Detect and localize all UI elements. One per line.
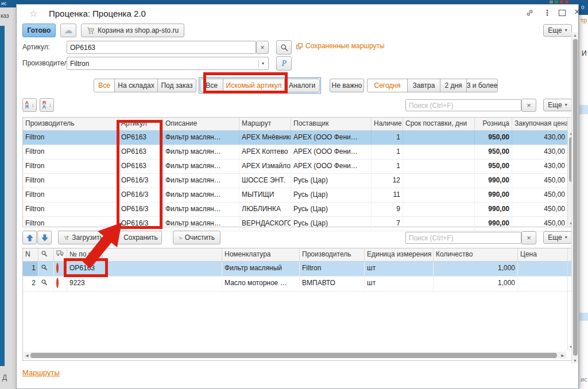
cart-row-2[interactable]: 2 9223 Масло моторное … ВМПАВТО шт 1,000 — [23, 277, 574, 291]
maximize-icon — [559, 10, 566, 16]
col-purchase[interactable]: Закупочная цена — [512, 118, 568, 130]
kebab-menu-icon[interactable]: ⋮ — [541, 7, 554, 18]
background-fragment: ис — [0, 0, 16, 7]
form-vscrollbar: ▲ ▼ — [571, 32, 578, 364]
col-lookup[interactable] — [38, 248, 54, 261]
cloud-icon: ☁ — [64, 25, 73, 36]
filter-match-analogs[interactable]: Аналоги — [284, 79, 320, 92]
cart-table: N № по кат... Номенклатура Прои — [22, 248, 575, 361]
results-row-5[interactable]: Filtron OP616/3 Фильтр маслян… МЫТИЩИ Ру… — [23, 188, 574, 203]
results-row-3[interactable]: Filtron OP6163 Фильтр маслян… APEX Измай… — [23, 160, 574, 174]
filter-delivery-any[interactable]: Не важно — [330, 79, 364, 92]
scroll-down-arrow[interactable]: ▼ — [572, 359, 578, 363]
screen: ис каз Д о тр И ис ☆ Проценка: Проценка … — [0, 0, 588, 389]
commandbar-more-button[interactable]: Еще ▾ — [543, 24, 572, 37]
cart-hscrollbar: ◀ ▶ — [24, 352, 566, 359]
cart-search-input[interactable] — [405, 232, 521, 244]
shop-cart-button[interactable]: Корзина из shop.ap-sto.ru — [81, 24, 184, 37]
link-icon — [525, 9, 534, 17]
move-up-button[interactable] — [22, 231, 37, 244]
results-search-clear-button[interactable]: × — [521, 99, 536, 112]
chevron-down-icon: ▾ — [565, 28, 567, 33]
save-button[interactable]: Сохранить — [117, 231, 162, 244]
background-strip — [0, 26, 5, 366]
truck-icon — [56, 250, 64, 256]
results-table-header: Производитель Артикул Описание Маршрут П… — [23, 118, 574, 131]
window-title: Проценка: Проценка 2.0 — [49, 9, 146, 18]
load-button[interactable]: Загрузить — [58, 231, 109, 244]
filter-availability-stock[interactable]: На складах — [114, 79, 158, 92]
cart-remove-icon — [179, 234, 182, 242]
shop-cart-label: Корзина из shop.ap-sto.ru — [98, 26, 179, 34]
scroll-left-arrow[interactable]: ◀ — [24, 353, 30, 357]
sort-ascending-button[interactable]: АЯ ↓ — [22, 98, 37, 112]
status-ring-icon — [56, 278, 59, 288]
col-price[interactable]: Цена — [518, 248, 568, 261]
background-dot — [560, 1, 563, 3]
col-supplier[interactable]: Поставщик — [291, 118, 372, 130]
col-unit[interactable]: Единица измерения — [365, 248, 434, 261]
article-clear-button[interactable]: × — [256, 41, 269, 54]
form-vscroll-thumb[interactable] — [573, 39, 578, 356]
parts-catalog-button[interactable]: P — [276, 56, 292, 71]
results-row-1[interactable]: Filtron OP6163 Фильтр маслян… APEX Мнёвн… — [23, 131, 574, 145]
move-down-button[interactable] — [37, 231, 52, 244]
article-input[interactable] — [67, 41, 256, 54]
search-icon[interactable] — [41, 264, 48, 271]
filter-delivery-today[interactable]: Сегодня — [367, 79, 408, 92]
filter-availability-all[interactable]: Все — [94, 79, 115, 92]
col-cart-manufacturer[interactable]: Производитель — [300, 248, 365, 261]
col-retail[interactable]: Розница — [475, 118, 512, 130]
scroll-up-arrow[interactable]: ▲ — [572, 32, 578, 37]
results-row-7[interactable]: Filtron OP616/3 Фильтр маслян… ВЕРНДАСКО… — [23, 217, 574, 231]
col-route[interactable]: Маршрут — [239, 118, 291, 130]
done-button[interactable]: Готово — [22, 24, 56, 37]
maximize-button[interactable] — [556, 7, 568, 18]
clear-button[interactable]: Очистить — [173, 231, 220, 244]
manufacturer-value: Filtron — [70, 60, 258, 68]
saved-routes-link[interactable]: Сохраненные маршруты — [296, 42, 385, 50]
saved-routes-icon — [296, 43, 303, 49]
filter-delivery-tomorrow[interactable]: Завтра — [407, 79, 440, 92]
results-row-4[interactable]: Filtron OP616/3 Фильтр маслян… ШОССЕ ЭНТ… — [23, 174, 574, 188]
close-button[interactable]: × — [571, 6, 583, 18]
scroll-right-arrow[interactable]: ▶ — [559, 353, 566, 357]
results-more-button[interactable]: Еще ▾ — [543, 99, 572, 111]
col-quantity[interactable]: Количество — [434, 248, 518, 261]
col-status[interactable] — [54, 248, 67, 261]
sort-descending-button[interactable]: ЯА ↓ — [40, 98, 54, 112]
col-description[interactable]: Описание — [163, 118, 239, 130]
filter-delivery-2days[interactable]: 2 дня — [440, 79, 467, 92]
cart-search-clear-button[interactable]: × — [521, 231, 536, 244]
cart-row-1[interactable]: 1 OP6163 Фильтр масляный Filtron шт 1,00… — [23, 262, 574, 277]
search-icon — [280, 44, 288, 52]
results-search-input[interactable] — [405, 99, 521, 111]
col-n[interactable]: N — [23, 248, 38, 261]
get-link-icon[interactable] — [523, 7, 536, 18]
col-qty[interactable]: Наличие — [372, 118, 403, 130]
p-logo-icon: P — [281, 59, 287, 68]
chevron-down-icon: ▾ — [565, 103, 567, 107]
filter-delivery-3plus[interactable]: 3 и более — [466, 79, 498, 92]
background-text: каз — [1, 13, 9, 19]
col-nomenclature[interactable]: Номенклатура — [222, 248, 300, 261]
filter-availability-order[interactable]: Под заказ — [157, 79, 196, 92]
cloud-button[interactable]: ☁ — [60, 24, 76, 37]
chevron-down-icon[interactable]: ▾ — [258, 60, 265, 68]
results-row-6[interactable]: Filtron OP616/3 Фильтр маслян… ЛЮБЛИНКА … — [23, 203, 574, 217]
article-search-button[interactable] — [276, 40, 292, 55]
favorite-star-icon[interactable]: ☆ — [29, 8, 37, 19]
filter-match-all[interactable]: Все — [200, 79, 223, 92]
filter-match-exact[interactable]: Искомый артикул — [223, 79, 285, 92]
routes-link[interactable]: Маршруты — [22, 368, 60, 377]
results-row-2[interactable]: Filtron OP6163 Фильтр маслян… APEX Копте… — [23, 145, 574, 160]
manufacturer-combobox[interactable]: Filtron ▾ — [67, 57, 269, 70]
cart-more-button[interactable]: Еще ▾ — [543, 231, 572, 244]
col-article[interactable]: Артикул — [119, 118, 163, 130]
search-icon[interactable] — [41, 279, 48, 286]
cart-hscroll-thumb[interactable] — [30, 353, 557, 358]
col-manufacturer[interactable]: Производитель — [23, 118, 119, 130]
background-dot — [555, 1, 558, 3]
col-catalog-number[interactable]: № по кат... — [67, 248, 222, 261]
col-term[interactable]: Срок поставки, дни — [403, 118, 475, 130]
